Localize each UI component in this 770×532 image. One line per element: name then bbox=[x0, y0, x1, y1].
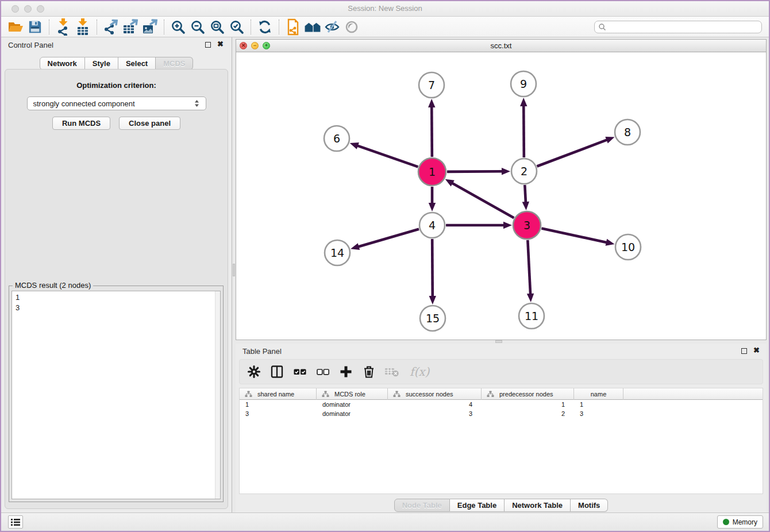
close-panel-icon[interactable]: ✖ bbox=[217, 40, 224, 48]
float-panel-icon[interactable] bbox=[205, 42, 211, 48]
network-window-titlebar[interactable]: ✕ − + scc.txt bbox=[236, 40, 766, 52]
column-header-MCDS-role[interactable]: MCDS role bbox=[317, 388, 388, 400]
export-network-button[interactable] bbox=[101, 18, 121, 36]
table-row[interactable]: 1dominator411 bbox=[240, 400, 763, 409]
column-header-predecessor-nodes[interactable]: predecessor nodes bbox=[482, 388, 574, 400]
export-table-icon bbox=[122, 19, 138, 35]
graph-node-label: 3 bbox=[523, 219, 530, 232]
splitter-grip[interactable] bbox=[233, 264, 235, 276]
network-canvas[interactable]: 7968124314101511 bbox=[236, 52, 766, 340]
delete-table-button[interactable] bbox=[384, 364, 399, 379]
criterion-value: strongly connected component bbox=[33, 99, 135, 108]
mcds-result-title: MCDS result (2 nodes) bbox=[13, 281, 93, 290]
result-scrollbar[interactable] bbox=[215, 291, 220, 499]
task-history-button[interactable] bbox=[8, 515, 23, 529]
column-header-successor-nodes[interactable]: successor nodes bbox=[388, 388, 482, 400]
checked-boxes-icon bbox=[293, 365, 307, 379]
tab-style[interactable]: Style bbox=[85, 57, 118, 70]
table-cell: dominator bbox=[317, 409, 388, 418]
delete-column-button[interactable] bbox=[361, 364, 376, 379]
open-folder-icon bbox=[7, 20, 24, 34]
graph-edge-1-7[interactable] bbox=[432, 106, 432, 157]
graph-edge-3-1[interactable] bbox=[451, 183, 514, 218]
deselect-all-checkboxes-button[interactable] bbox=[315, 364, 330, 379]
save-session-button[interactable] bbox=[25, 18, 45, 36]
table-cell: 4 bbox=[388, 400, 482, 409]
table-panel-title: Table Panel bbox=[242, 347, 282, 356]
graph-edge-arrowhead bbox=[605, 137, 614, 144]
table-tab-node-table[interactable]: Node Table bbox=[394, 499, 450, 512]
criterion-dropdown[interactable]: strongly connected component bbox=[27, 97, 206, 110]
graph-edge-4-14[interactable] bbox=[357, 229, 419, 247]
table-cell: 1 bbox=[482, 400, 574, 409]
graph-edge-arrowhead bbox=[429, 203, 436, 211]
clone-network-button[interactable] bbox=[283, 18, 303, 36]
zoom-fit-button[interactable] bbox=[207, 18, 227, 36]
search-field[interactable] bbox=[594, 21, 762, 33]
first-neighbors-button[interactable] bbox=[303, 18, 322, 36]
graph-edge-3-11[interactable] bbox=[528, 240, 530, 295]
column-type-icon bbox=[322, 391, 329, 398]
list-icon bbox=[11, 518, 20, 526]
window-title: Session: New Session bbox=[1, 4, 769, 13]
control-panel-tabs: NetworkStyleSelectMCDS bbox=[1, 57, 232, 70]
graph-node-label: 8 bbox=[624, 126, 631, 138]
export-image-button[interactable] bbox=[140, 18, 160, 36]
toolbar-separator bbox=[49, 20, 49, 34]
window-titlebar: Session: New Session bbox=[1, 1, 769, 17]
graph-node-label: 14 bbox=[330, 246, 344, 259]
close-panel-button[interactable]: Close panel bbox=[119, 117, 180, 130]
table-tab-motifs[interactable]: Motifs bbox=[571, 499, 608, 512]
zoom-in-button[interactable] bbox=[168, 18, 188, 36]
table-toolbar: f(x) bbox=[239, 359, 763, 384]
table-cell: 1 bbox=[240, 400, 317, 409]
table-tab-edge-table[interactable]: Edge Table bbox=[450, 499, 505, 512]
tab-network[interactable]: Network bbox=[40, 57, 85, 70]
table-cell: 2 bbox=[482, 409, 574, 418]
close-table-panel-icon[interactable]: ✖ bbox=[753, 346, 760, 354]
add-column-button[interactable] bbox=[338, 364, 353, 379]
panel-splitter-vertical[interactable] bbox=[232, 37, 235, 512]
houses-icon bbox=[304, 20, 321, 34]
float-table-panel-icon[interactable] bbox=[741, 348, 747, 354]
column-header-label: MCDS role bbox=[334, 391, 365, 398]
table-cell: 3 bbox=[240, 409, 317, 418]
graph-edge-2-9[interactable] bbox=[523, 105, 524, 157]
select-all-checkboxes-button[interactable] bbox=[292, 364, 307, 379]
graph-edge-3-10[interactable] bbox=[541, 228, 607, 242]
table-row[interactable]: 3dominator323 bbox=[240, 409, 763, 418]
graph-edge-2-8[interactable] bbox=[537, 140, 608, 167]
panel-splitter-horizontal[interactable] bbox=[495, 340, 502, 343]
function-builder-button[interactable]: f(x) bbox=[407, 364, 433, 379]
table-panel: Table Panel ✖ bbox=[236, 344, 767, 512]
graph-node-label: 1 bbox=[429, 165, 436, 178]
open-session-button[interactable] bbox=[6, 18, 25, 36]
tab-select[interactable]: Select bbox=[118, 57, 156, 70]
memory-button[interactable]: Memory bbox=[717, 515, 763, 529]
zoom-selected-button[interactable] bbox=[227, 18, 247, 36]
import-table-button[interactable] bbox=[73, 18, 93, 36]
table-settings-button[interactable] bbox=[247, 364, 261, 379]
graph-edge-1-6[interactable] bbox=[356, 145, 418, 167]
table-panel-header: Table Panel ✖ bbox=[236, 344, 767, 358]
zoom-out-button[interactable] bbox=[188, 18, 207, 36]
apply-layout-button[interactable] bbox=[255, 18, 275, 36]
graph-edge-2-3[interactable] bbox=[525, 185, 526, 203]
column-header-name[interactable]: name bbox=[574, 388, 623, 400]
import-network-button[interactable] bbox=[53, 18, 73, 36]
show-all-button[interactable] bbox=[342, 18, 361, 36]
export-table-button[interactable] bbox=[121, 18, 140, 36]
graph-edge-4-15[interactable] bbox=[432, 239, 433, 298]
show-columns-button[interactable] bbox=[270, 364, 284, 379]
graph-edge-1-2[interactable] bbox=[447, 171, 503, 172]
tab-mcds[interactable]: MCDS bbox=[156, 57, 193, 70]
table-panel-tabs: Node TableEdge TableNetwork TableMotifs bbox=[236, 499, 767, 512]
table-header-row: shared nameMCDS rolesuccessor nodesprede… bbox=[240, 388, 763, 400]
table-tab-network-table[interactable]: Network Table bbox=[505, 499, 571, 512]
hide-selected-button[interactable] bbox=[322, 18, 342, 36]
run-mcds-button[interactable]: Run MCDS bbox=[52, 117, 110, 130]
column-header-shared-name[interactable]: shared name bbox=[240, 388, 317, 400]
search-input[interactable] bbox=[606, 23, 758, 31]
mcds-result-text[interactable]: 13 bbox=[11, 291, 221, 499]
save-floppy-icon bbox=[28, 20, 42, 34]
